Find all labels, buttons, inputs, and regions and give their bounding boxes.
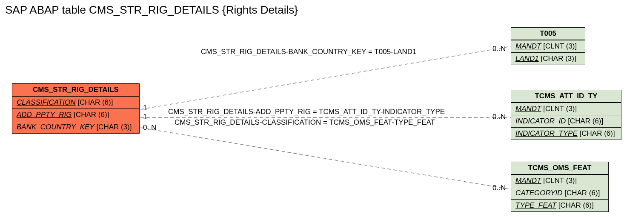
cardinality-src-r3: 0..N [143,123,156,132]
field-type: [CHAR (6)] [580,129,615,137]
page-title: SAP ABAP table CMS_STR_RIG_DETAILS {Righ… [5,3,298,17]
table-att: TCMS_ATT_ID_TY MANDT [CLNT (3)] INDICATO… [511,90,621,140]
table-row: TYPE_FEAT [CHAR (6)] [511,199,608,211]
table-row: BANK_COUNTRY_KEY [CHAR (3)] [12,121,139,133]
field-name: INDICATOR_TYPE [515,129,578,137]
field-name: BANK_COUNTRY_KEY [17,123,94,131]
table-t005-header: T005 [511,28,585,40]
table-att-header: TCMS_ATT_ID_TY [511,90,621,103]
cardinality-src-r1: 1 [143,104,147,112]
table-t005: T005 MANDT [CLNT (3)] LAND1 [CHAR (3)] [511,27,585,65]
field-type: [CHAR (6)] [558,201,594,209]
cardinality-dst-r3: 0..N [492,184,506,192]
field-type: [CLNT (3)] [543,105,577,113]
table-row: MANDT [CLNT (3)] [511,103,621,115]
field-name: MANDT [515,42,541,50]
table-row: CLASSIFICATION [CHAR (6)] [12,96,139,108]
field-type: [CHAR (3)] [541,54,576,63]
relation-label-r2: CMS_STR_RIG_DETAILS-ADD_PPTY_RIG = TCMS_… [168,108,445,116]
field-name: ADD_PPTY_RIG [17,111,72,119]
field-type: [CLNT (3)] [543,177,577,185]
field-name: LAND1 [515,54,539,63]
field-name: MANDT [515,105,541,113]
table-feat: TCMS_OMS_FEAT MANDT [CLNT (3)] CATEGORYI… [511,162,609,212]
table-row: INDICATOR_ID [CHAR (6)] [511,115,621,127]
table-row: ADD_PPTY_RIG [CHAR (6)] [12,108,139,121]
cardinality-dst-r1: 0..N [492,45,506,53]
field-name: INDICATOR_ID [515,117,566,125]
table-feat-header: TCMS_OMS_FEAT [511,162,608,174]
field-type: [CHAR (6)] [74,111,109,119]
table-row: CATEGORYID [CHAR (6)] [511,187,608,199]
relation-label-r1: CMS_STR_RIG_DETAILS-BANK_COUNTRY_KEY = T… [201,48,417,56]
table-row: LAND1 [CHAR (3)] [511,52,585,65]
field-type: [CLNT (3)] [543,42,577,50]
relation-label-r3: CMS_STR_RIG_DETAILS-CLASSIFICATION = TCM… [175,118,435,127]
field-type: [CHAR (6)] [77,98,113,106]
field-type: [CHAR (3)] [96,123,132,131]
field-name: TYPE_FEAT [515,201,556,209]
table-row: MANDT [CLNT (3)] [511,40,585,52]
table-row: MANDT [CLNT (3)] [511,174,608,187]
field-type: [CHAR (6)] [568,117,603,125]
field-name: CATEGORYID [515,189,563,197]
cardinality-src-r2: 1 [143,113,147,121]
field-name: MANDT [515,177,541,185]
table-main-header: CMS_STR_RIG_DETAILS [12,84,139,96]
cardinality-dst-r2: 0..N [492,113,506,121]
field-name: CLASSIFICATION [17,98,76,106]
table-main: CMS_STR_RIG_DETAILS CLASSIFICATION [CHAR… [12,83,140,134]
field-type: [CHAR (6)] [564,189,600,197]
svg-line-2 [140,128,511,189]
table-row: INDICATOR_TYPE [CHAR (6)] [511,127,621,140]
